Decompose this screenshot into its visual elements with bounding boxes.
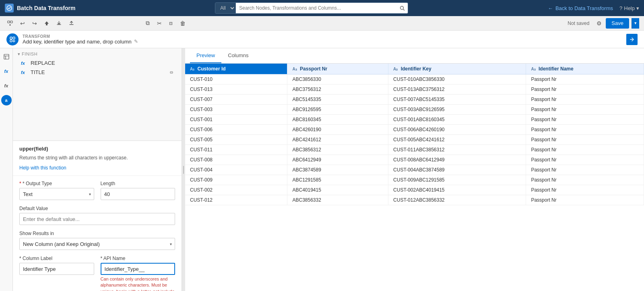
edit-title-icon[interactable]: ✎ [134,39,138,44]
table-cell: CUST-013ABC3756312 [388,85,526,95]
svg-rect-3 [10,21,12,23]
search-button[interactable] [396,2,408,14]
api-name-input[interactable] [101,263,175,275]
length-group: Length [101,181,175,200]
table-cell: Passport Nr [526,185,644,195]
header-band: TRANSFORM Add key, identifier type and n… [0,31,644,48]
func-description: Returns the string with all characters i… [19,154,175,161]
save-status: Not saved [568,21,589,26]
transform-icon [6,33,19,45]
table-cell: CUST-008 [185,155,287,165]
sidebar-icon-avatar[interactable]: a [1,95,12,105]
show-results-select-wrapper: New Column (and Keep Original) ▾ [19,238,175,250]
col-header-customer-id: A₂ Customer Id [185,64,287,74]
help-button[interactable]: ? Help ▾ [619,5,639,11]
table-row: CUST-001ABC8160345CUST-001ABC8160345Pass… [185,115,644,125]
table-row: CUST-003ABC9126595CUST-003ABC9126595Pass… [185,105,644,115]
right-panel: Preview Columns A₂ Customer Id A₂ Passpo… [185,48,644,291]
table-cell: ABC3856312 [287,145,388,155]
table-cell: CUST-001 [185,115,287,125]
table-cell: Passport Nr [526,74,644,85]
length-input[interactable] [101,188,175,200]
upload-button[interactable] [66,19,76,27]
table-cell: ABC4260190 [287,125,388,135]
copy-button[interactable]: ⧉ [143,18,152,28]
paste-button[interactable]: ⧈ [167,18,175,28]
sidebar-icon-fx2[interactable]: fx [1,80,12,91]
table-cell: CUST-003 [185,105,287,115]
function-desc-area: upper(field) Returns the string with all… [13,141,182,176]
table-cell: CUST-007 [185,95,287,105]
add-node-button[interactable] [5,19,15,28]
table-row: CUST-013ABC3756312CUST-013ABC3756312Pass… [185,85,644,95]
table-cell: CUST-012 [185,195,287,205]
left-sidebar: fx fx a [0,48,13,291]
expand-button[interactable] [626,34,638,45]
help-chevron-icon: ▾ [636,5,639,11]
col-header-identifier-key: A₂ Identifier Key [388,64,526,74]
function-item-replace[interactable]: fx REPLACE [18,58,177,68]
table-cell: CUST-013 [185,85,287,95]
top-nav-right: ← Back to Data Transforms ? Help ▾ [548,5,639,11]
api-name-label: * API Name [101,256,175,261]
undo-button[interactable]: ↩ [18,19,27,28]
table-cell: ABC4241612 [287,135,388,145]
table-cell: CUST-010 [185,74,287,85]
search-scope-dropdown[interactable]: All [215,2,236,14]
back-arrow-icon: ← [548,5,553,11]
help-function-link[interactable]: Help with this function [19,165,66,171]
output-type-length-row: * * Output Type Text ▾ Length [19,181,175,200]
function-item-title[interactable]: fx TITLE [18,68,177,77]
table-cell: CUST-012ABC3856332 [388,195,526,205]
table-cell: CUST-006ABC4260190 [388,125,526,135]
table-body: CUST-010ABC3856330CUST-010ABC3856330Pass… [185,74,644,205]
column-label-group: * Column Label [19,256,94,291]
table-cell: ABC6412949 [287,155,388,165]
tab-columns[interactable]: Columns [221,48,255,63]
save-button[interactable]: Save [606,18,629,29]
svg-rect-7 [10,37,12,39]
panel-divider[interactable] [182,48,185,291]
app-title: Batch Data Transform [17,5,75,11]
svg-rect-8 [13,37,15,39]
sidebar-icon-table[interactable] [1,52,12,62]
table-cell: ABC3756312 [287,85,388,95]
table-cell: CUST-006 [185,125,287,135]
column-label-input[interactable] [19,263,94,275]
table-cell: Passport Nr [526,95,644,105]
sidebar-icon-fx1[interactable]: fx [1,66,12,76]
table-cell: Passport Nr [526,115,644,125]
show-results-row: Show Results in New Column (and Keep Ori… [19,231,175,250]
tab-preview[interactable]: Preview [190,48,221,63]
preview-table-wrapper[interactable]: A₂ Customer Id A₂ Passport Nr A₂ Identif… [185,64,644,291]
svg-rect-10 [4,54,9,59]
table-cell: CUST-002ABC4019415 [388,185,526,195]
table-cell: CUST-009ABC1291585 [388,175,526,185]
table-cell: CUST-010ABC3856330 [388,74,526,85]
table-row: CUST-002ABC4019415CUST-002ABC4019415Pass… [185,185,644,195]
download-button[interactable] [54,19,64,27]
table-cell: Passport Nr [526,85,644,95]
default-value-input[interactable] [19,213,175,225]
table-cell: Passport Nr [526,165,644,175]
api-name-group: * API Name Can contain only underscores … [101,256,175,291]
table-cell: Passport Nr [526,175,644,185]
search-bar: All [215,2,408,14]
table-cell: CUST-007ABC5145335 [388,95,526,105]
save-dropdown-button[interactable]: ▾ [632,18,639,29]
gear-settings-button[interactable]: ⚙ [595,19,603,28]
table-cell: ABC3856330 [287,74,388,85]
table-cell: Passport Nr [526,135,644,145]
fx-badge-replace: fx [21,61,28,66]
table-cell: ABC3856332 [287,195,388,205]
search-input[interactable] [236,2,396,14]
show-results-select[interactable]: New Column (and Keep Original) [19,238,175,250]
cut-button[interactable]: ✂ [155,19,164,28]
delete-button[interactable]: 🗑 [178,19,188,28]
function-list-area: ▾ FINISH fx REPLACE fx TITLE [13,48,182,141]
back-to-transforms-link[interactable]: ← Back to Data Transforms [548,5,613,11]
redo-button[interactable]: ↪ [30,19,39,28]
move-up-button[interactable] [42,19,52,27]
output-type-select[interactable]: Text [19,188,94,200]
svg-rect-9 [10,40,12,42]
